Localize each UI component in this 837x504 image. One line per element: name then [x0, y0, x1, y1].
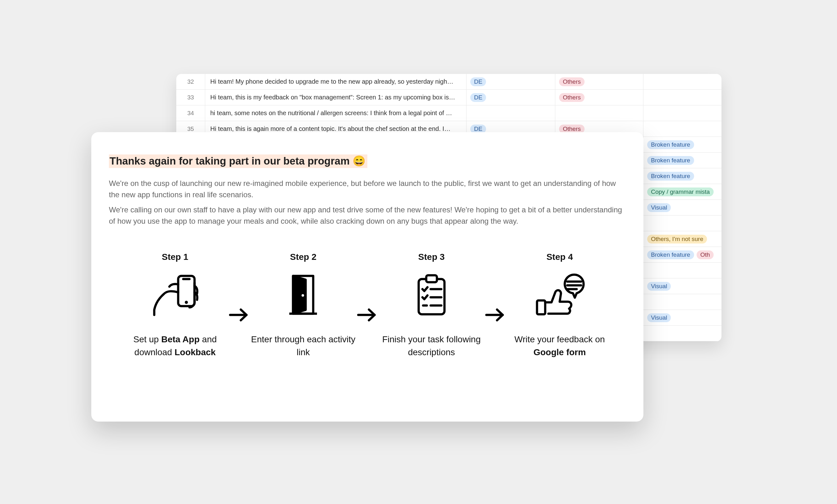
- row-number: 34: [176, 106, 205, 121]
- step-2-title: Step 2: [290, 252, 316, 262]
- svg-point-1: [185, 301, 188, 304]
- feedback-icon: [534, 274, 585, 317]
- tag-pill: Broken feature: [647, 140, 694, 149]
- language-pill: DE: [470, 93, 486, 102]
- tags-cell[interactable]: Broken featureOth: [643, 247, 722, 262]
- phone-hand-icon: [150, 274, 200, 317]
- language-cell[interactable]: DE: [466, 74, 555, 89]
- step-4-title: Step 4: [547, 252, 573, 262]
- feedback-cell[interactable]: hi team, some notes on the nutritional /…: [205, 106, 466, 121]
- steps-row: Step 1 Set up Beta App and download Look…: [109, 252, 626, 365]
- tags-cell[interactable]: Visual: [643, 200, 722, 215]
- tags-cell[interactable]: Copy / grammar mista: [643, 184, 722, 200]
- tag-pill: Copy / grammar mista: [647, 187, 714, 196]
- tag-pill: Broken feature: [647, 172, 694, 181]
- arrow-icon: [228, 252, 250, 365]
- category-cell[interactable]: Others: [555, 90, 643, 105]
- tags-cell[interactable]: Visual: [643, 310, 722, 325]
- tag-pill: Visual: [647, 313, 671, 322]
- step-1: Step 1 Set up Beta App and download Look…: [128, 252, 222, 359]
- table-row[interactable]: 33Hi team, this is my feedback on "box m…: [176, 90, 722, 106]
- tags-cell[interactable]: [643, 106, 722, 121]
- feedback-cell[interactable]: Hi team, this is my feedback on "box man…: [205, 90, 466, 105]
- arrow-icon: [356, 252, 378, 365]
- tags-cell[interactable]: Visual: [643, 278, 722, 294]
- tag-pill: Visual: [647, 282, 671, 291]
- document-card: Thanks again for taking part in our beta…: [91, 132, 643, 422]
- tags-cell[interactable]: Broken feature: [643, 168, 722, 184]
- step-4-desc: Write your feedback on Google form: [506, 333, 613, 359]
- language-cell[interactable]: DE: [466, 90, 555, 105]
- tag-pill: Broken feature: [647, 156, 694, 165]
- svg-point-6: [302, 294, 304, 297]
- language-cell[interactable]: [466, 106, 555, 121]
- tags-cell[interactable]: [643, 325, 722, 341]
- row-number: 32: [176, 74, 205, 89]
- step-4: Step 4 Write your feedback on Google for…: [513, 252, 607, 359]
- arrow-icon: [484, 252, 506, 365]
- tag-pill: Visual: [647, 203, 671, 212]
- table-row[interactable]: 32Hi team! My phone decided to upgrade m…: [176, 74, 722, 90]
- step-1-title: Step 1: [162, 252, 188, 262]
- tags-cell[interactable]: [643, 294, 722, 310]
- tags-cell[interactable]: [643, 74, 722, 89]
- step-2: Step 2 Enter through each activity link: [256, 252, 350, 359]
- tags-cell[interactable]: Broken feature: [643, 137, 722, 152]
- step-3: Step 3 Finish your task following descri…: [384, 252, 479, 359]
- language-pill: DE: [470, 77, 486, 86]
- clipboard-icon: [414, 274, 449, 317]
- category-pill: Others: [559, 93, 585, 102]
- tags-cell[interactable]: Others, I'm not sure: [643, 231, 722, 247]
- table-row[interactable]: 34hi team, some notes on the nutritional…: [176, 106, 722, 121]
- tags-cell[interactable]: [643, 216, 722, 231]
- tag-pill: Others, I'm not sure: [647, 235, 707, 243]
- doc-paragraph-1: We're on the cusp of launching our new r…: [109, 178, 626, 200]
- doc-paragraph-2: We're calling on our own staff to have a…: [109, 204, 626, 227]
- step-3-desc: Finish your task following descriptions: [378, 333, 485, 359]
- row-number: 33: [176, 90, 205, 105]
- step-1-desc: Set up Beta App and download Lookback: [122, 333, 229, 359]
- category-pill: Others: [559, 77, 585, 86]
- tags-cell[interactable]: [643, 121, 722, 136]
- tags-cell[interactable]: [643, 90, 722, 105]
- step-2-desc: Enter through each activity link: [250, 333, 357, 359]
- step-3-title: Step 3: [418, 252, 445, 262]
- feedback-cell[interactable]: Hi team! My phone decided to upgrade me …: [205, 74, 466, 89]
- svg-rect-10: [426, 275, 437, 282]
- doc-title-wrap: Thanks again for taking part in our beta…: [109, 155, 626, 167]
- category-cell[interactable]: Others: [555, 74, 643, 89]
- tag-pill: Broken feature: [647, 250, 694, 259]
- svg-rect-19: [537, 300, 545, 314]
- door-icon: [287, 274, 319, 317]
- tag-pill: Oth: [697, 250, 714, 259]
- category-cell[interactable]: [555, 106, 643, 121]
- doc-title: Thanks again for taking part in our beta…: [109, 154, 367, 168]
- tags-cell[interactable]: Broken feature: [643, 153, 722, 168]
- tags-cell[interactable]: [643, 263, 722, 278]
